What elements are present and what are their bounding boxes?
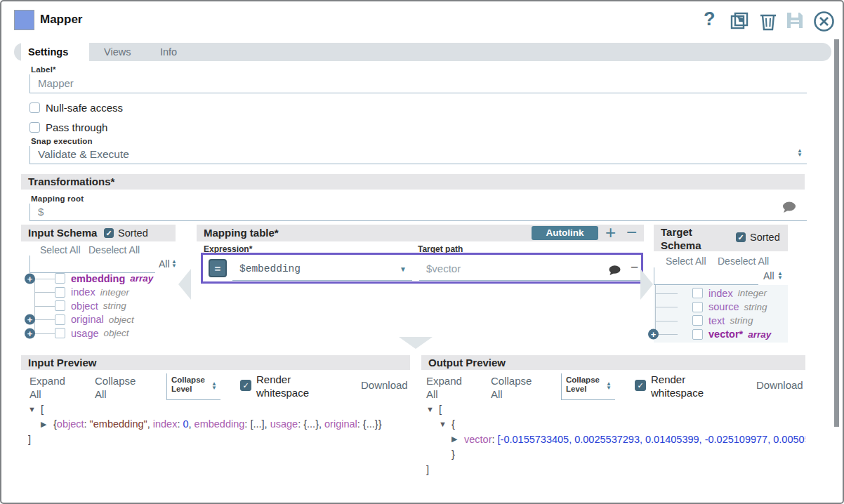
schema-item-checkbox[interactable] [692, 288, 703, 298]
input-preview-json: ▼[▶{object: "embedding", index: 0, embed… [28, 402, 410, 447]
expand-plus-icon[interactable]: + [25, 328, 35, 338]
snap-execution-stepper-icon[interactable]: ▲▼ [797, 149, 803, 157]
vertical-scrollbar[interactable] [834, 39, 839, 427]
output-preview-expand-all[interactable]: Expand All [426, 374, 470, 401]
target-schema-select-all[interactable]: Select All [666, 256, 706, 267]
schema-item-usage[interactable]: +usageobject [21, 326, 176, 340]
json-token-punct: {...} [303, 418, 319, 430]
schema-item-index[interactable]: +indexinteger [654, 286, 788, 300]
expand-plus-icon[interactable]: + [648, 329, 659, 340]
row-comment-icon[interactable] [608, 265, 621, 276]
input-schema-scope-select[interactable]: All [159, 258, 170, 270]
schema-item-type: array [748, 329, 771, 340]
remove-row-icon[interactable]: − [626, 223, 637, 241]
json-token-punct: : [357, 418, 363, 430]
collapse-level-stepper-icon[interactable]: ▲▼ [211, 382, 217, 390]
expand-plus-icon[interactable]: + [25, 314, 35, 325]
input-preview-collapse-all[interactable]: Collapse All [95, 374, 144, 401]
schema-item-checkbox[interactable] [55, 287, 65, 298]
input-schema-sorted-checkbox[interactable]: ✓ [104, 228, 114, 238]
save-icon[interactable] [785, 11, 806, 32]
output-preview-render-whitespace-checkbox[interactable]: ✓ [635, 380, 646, 391]
json-token-key: vector [464, 434, 492, 445]
label-input[interactable]: Mapper [29, 74, 807, 93]
json-token-punct: ] [28, 434, 31, 445]
expand-node-icon[interactable]: ▶ [41, 420, 53, 429]
pass-through-checkbox[interactable] [29, 122, 40, 133]
schema-item-index[interactable]: +indexinteger [21, 286, 176, 300]
json-token-punct: { [451, 418, 455, 430]
null-safe-label: Null-safe access [46, 102, 123, 114]
expression-input[interactable]: $embedding ▼ [232, 258, 412, 281]
output-preview-download[interactable]: Download [756, 379, 803, 391]
json-token-punct: ] [426, 464, 429, 475]
output-preview-collapse-level[interactable]: Collapse Level ▲▼ [561, 373, 615, 400]
add-row-icon[interactable]: + [605, 223, 616, 241]
target-schema-deselect-all[interactable]: Deselect All [718, 256, 769, 267]
schema-item-source[interactable]: +sourcestring [654, 300, 788, 314]
input-preview-render-whitespace-label: Render whitespace [256, 373, 323, 399]
schema-item-name: object [71, 300, 98, 312]
target-schema-scope-stepper-icon[interactable]: ▲▼ [777, 272, 783, 280]
target-schema-panel: Target Schema ✓ Sorted Select All Desele… [654, 225, 788, 344]
row-remove-icon[interactable]: − [631, 260, 638, 275]
schema-item-vector[interactable]: +vector*array [654, 328, 788, 342]
input-preview-collapse-level[interactable]: Collapse Level ▲▼ [166, 373, 220, 400]
expand-plus-icon[interactable]: + [25, 273, 35, 284]
expand-node-icon[interactable]: ▶ [451, 435, 464, 444]
schema-item-object[interactable]: +objectstring [21, 299, 176, 313]
expression-toggle-button[interactable]: = [209, 259, 227, 277]
input-schema-scope-stepper-icon[interactable]: ▲▼ [171, 260, 176, 268]
input-preview-download[interactable]: Download [361, 379, 408, 391]
input-schema-select-all[interactable]: Select All [40, 244, 81, 256]
schema-item-embedding[interactable]: +embeddingarray [21, 272, 176, 286]
schema-item-checkbox[interactable] [55, 300, 65, 311]
collapse-level-stepper-icon[interactable]: ▲▼ [606, 382, 612, 390]
json-token-punct: , [189, 418, 194, 430]
schema-item-type: string [103, 300, 126, 311]
mapping-root-label: Mapping root [31, 194, 84, 203]
schema-item-checkbox[interactable] [692, 329, 703, 340]
schema-item-type: integer [100, 287, 129, 298]
schema-item-checkbox[interactable] [55, 273, 65, 284]
target-schema-sorted-checkbox[interactable]: ✓ [736, 232, 746, 242]
input-schema-deselect-all[interactable]: Deselect All [88, 244, 140, 256]
schema-item-text[interactable]: +textstring [654, 314, 788, 328]
json-token-key: embedding [194, 418, 245, 430]
open-views-icon[interactable] [729, 11, 750, 32]
input-preview-expand-all[interactable]: Expand All [29, 374, 73, 401]
label-input-value: Mapper [30, 74, 807, 93]
help-icon[interactable]: ? [704, 8, 716, 30]
mapping-root-comment-icon[interactable] [782, 201, 797, 213]
schema-item-original[interactable]: +originalobject [21, 313, 176, 327]
schema-item-checkbox[interactable] [692, 302, 703, 312]
collapse-input-schema-handle[interactable] [177, 269, 191, 300]
target-schema-filter-input[interactable] [654, 267, 758, 285]
collapse-node-icon[interactable]: ▼ [28, 405, 41, 413]
expression-dropdown-icon[interactable]: ▼ [400, 265, 407, 273]
collapse-previews-handle[interactable] [399, 337, 433, 349]
input-preview-render-whitespace-checkbox[interactable]: ✓ [240, 380, 251, 391]
collapse-node-icon[interactable]: ▼ [439, 420, 451, 428]
collapse-target-schema-handle[interactable] [640, 269, 654, 300]
delete-icon[interactable] [758, 11, 779, 32]
tab-settings[interactable]: Settings [28, 43, 68, 61]
autolink-button[interactable]: Autolink [532, 226, 598, 240]
tab-views[interactable]: Views [104, 43, 131, 61]
schema-item-checkbox[interactable] [692, 315, 703, 326]
schema-item-checkbox[interactable] [55, 314, 65, 325]
close-icon[interactable] [813, 11, 834, 32]
snap-execution-select[interactable]: Validate & Execute ▲▼ [29, 146, 807, 164]
json-token-key: original [324, 418, 357, 430]
output-preview-collapse-all[interactable]: Collapse All [491, 374, 540, 401]
target-path-input[interactable]: $vector − [419, 258, 642, 281]
mapping-root-input[interactable]: $ [29, 204, 807, 221]
schema-item-name: source [708, 301, 739, 312]
null-safe-checkbox[interactable] [29, 102, 40, 113]
json-token-punct: [...] [250, 418, 264, 430]
collapse-node-icon[interactable]: ▼ [426, 405, 439, 413]
input-schema-filter-input[interactable] [29, 256, 155, 273]
tab-info[interactable]: Info [160, 43, 177, 61]
target-schema-scope-select[interactable]: All [763, 270, 774, 281]
schema-item-checkbox[interactable] [55, 328, 65, 338]
